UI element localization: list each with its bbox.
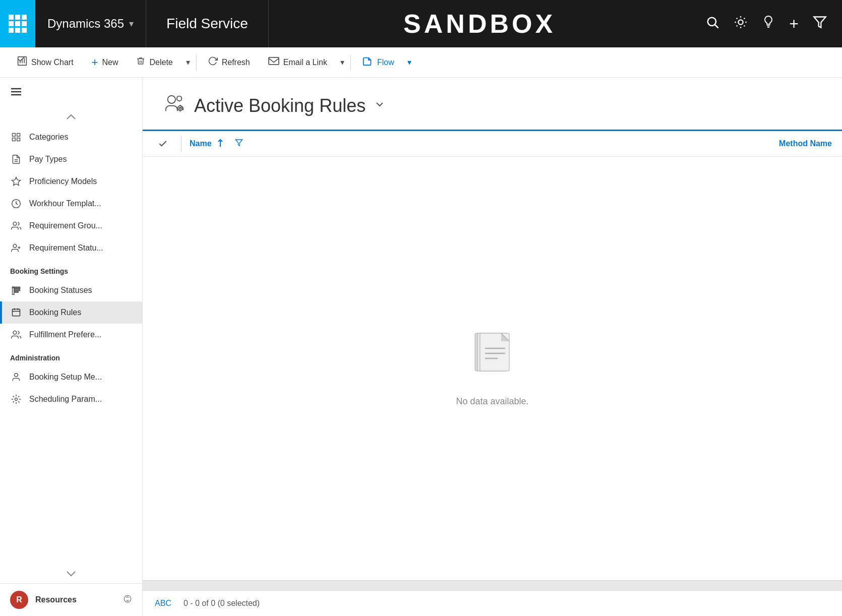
nav-icons-group: + [690, 15, 842, 33]
add-icon[interactable]: + [789, 15, 799, 33]
svg-point-36 [15, 374, 18, 377]
name-filter-icon[interactable] [235, 139, 243, 149]
search-icon[interactable] [705, 15, 719, 33]
email-icon [268, 56, 279, 68]
sidebar-item-fulfillment[interactable]: Fulfillment Prefere... [0, 324, 142, 346]
settings-icon[interactable] [734, 15, 748, 33]
flow-button[interactable]: Flow [353, 47, 403, 78]
sidebar-item-booking-setup[interactable]: Booking Setup Me... [0, 366, 142, 388]
fulfillment-icon [10, 330, 22, 340]
sidebar-footer-label: Resources [35, 595, 77, 604]
svg-point-37 [15, 398, 18, 401]
svg-line-1 [715, 25, 718, 28]
sidebar-footer-chevron [123, 594, 132, 605]
sandbox-label: SANDBOX [269, 9, 690, 39]
sidebar-item-categories-label: Categories [29, 133, 68, 142]
show-chart-button[interactable]: Show Chart [8, 47, 83, 78]
svg-marker-20 [12, 177, 21, 186]
table-area: Name Method Name [143, 130, 842, 616]
main-layout: Categories Pay Types Pro [0, 78, 842, 616]
method-column-header[interactable]: Method Name [779, 139, 832, 148]
sidebar-item-scheduling-label: Scheduling Param... [29, 395, 102, 404]
email-link-button[interactable]: Email a Link [259, 47, 336, 78]
sidebar-item-req-status-label: Requirement Statu... [29, 243, 103, 253]
svg-rect-17 [17, 138, 20, 141]
req-status-icon [10, 243, 22, 253]
new-icon: + [92, 56, 98, 69]
sidebar-item-pay-types-label: Pay Types [29, 155, 67, 164]
dynamics365-chevron: ▾ [129, 18, 134, 29]
sidebar-item-proficiency[interactable]: Proficiency Models [0, 170, 142, 193]
horizontal-scrollbar[interactable] [143, 580, 842, 590]
scroll-down-button[interactable] [0, 565, 142, 583]
email-dropdown[interactable]: ▾ [336, 47, 348, 78]
name-column-label: Name [190, 139, 212, 148]
sidebar-item-booking-rules-label: Booking Rules [29, 308, 81, 317]
svg-point-2 [739, 20, 743, 24]
content-title-chevron[interactable] [374, 98, 386, 113]
refresh-icon [208, 56, 218, 69]
select-all-checkbox[interactable] [153, 139, 173, 149]
command-bar: Show Chart + New Delete ▾ Refresh [0, 47, 842, 78]
divider-1 [196, 55, 197, 70]
svg-point-23 [13, 244, 17, 248]
svg-point-39 [168, 96, 175, 103]
show-chart-label: Show Chart [31, 58, 74, 67]
svg-point-0 [708, 17, 716, 25]
sidebar-item-proficiency-label: Proficiency Models [29, 177, 97, 186]
top-navigation: Dynamics 365 ▾ Field Service SANDBOX + [0, 0, 842, 47]
svg-rect-15 [17, 134, 20, 137]
sidebar-item-booking-statuses-label: Booking Statuses [29, 286, 92, 295]
delete-label: Delete [149, 58, 172, 67]
waffle-icon [9, 15, 27, 33]
filter-icon[interactable] [813, 15, 827, 33]
booking-setup-icon [10, 372, 22, 382]
app-grid-button[interactable] [0, 0, 35, 47]
record-count: 0 - 0 of 0 (0 selected) [184, 599, 260, 608]
sidebar-item-categories[interactable]: Categories [0, 126, 142, 148]
sidebar-footer[interactable]: R Resources [0, 583, 142, 616]
sidebar-item-req-groups[interactable]: Requirement Grou... [0, 215, 142, 237]
abc-filter[interactable]: ABC [155, 599, 171, 608]
flow-dropdown[interactable]: ▾ [403, 47, 415, 78]
sidebar-item-booking-rules[interactable]: Booking Rules [0, 301, 142, 324]
svg-rect-16 [13, 138, 16, 141]
svg-point-22 [13, 222, 17, 226]
dynamics365-nav[interactable]: Dynamics 365 ▾ [35, 0, 146, 47]
delete-dropdown[interactable]: ▾ [182, 47, 194, 78]
refresh-button[interactable]: Refresh [199, 47, 259, 78]
sidebar-item-booking-statuses[interactable]: Booking Statuses [0, 279, 142, 301]
hamburger-button[interactable] [0, 78, 142, 109]
lightbulb-icon[interactable] [762, 15, 775, 33]
svg-marker-48 [235, 140, 242, 146]
scheduling-icon [10, 394, 22, 404]
sidebar-items-list: Categories Pay Types Pro [0, 124, 142, 565]
name-column-header[interactable]: Name [190, 139, 779, 149]
flow-label: Flow [377, 58, 394, 67]
sidebar-item-pay-types[interactable]: Pay Types [0, 148, 142, 170]
scroll-up-button[interactable] [0, 109, 142, 124]
delete-button[interactable]: Delete [127, 47, 182, 78]
empty-state-text: No data available. [456, 396, 528, 407]
sidebar-item-workhour[interactable]: Workhour Templat... [0, 193, 142, 215]
categories-icon [10, 132, 22, 142]
sidebar-item-booking-setup-label: Booking Setup Me... [29, 373, 102, 382]
empty-document-icon [470, 331, 515, 386]
workhour-icon [10, 199, 22, 209]
svg-point-42 [179, 107, 182, 109]
administration-header: Administration [0, 346, 142, 366]
show-chart-icon [17, 56, 27, 69]
sidebar-item-scheduling[interactable]: Scheduling Param... [0, 388, 142, 410]
table-header: Name Method Name [143, 130, 842, 157]
svg-point-41 [178, 106, 183, 111]
table-empty-state: No data available. [143, 157, 842, 580]
content-area: Active Booking Rules Name [143, 78, 842, 616]
new-button[interactable]: + New [83, 47, 128, 78]
svg-rect-30 [14, 292, 18, 293]
sort-icon[interactable] [217, 139, 224, 149]
content-header: Active Booking Rules [143, 78, 842, 130]
svg-rect-10 [269, 57, 279, 65]
svg-marker-5 [814, 17, 825, 27]
sidebar-item-req-status[interactable]: Requirement Statu... [0, 237, 142, 259]
refresh-label: Refresh [222, 58, 250, 67]
